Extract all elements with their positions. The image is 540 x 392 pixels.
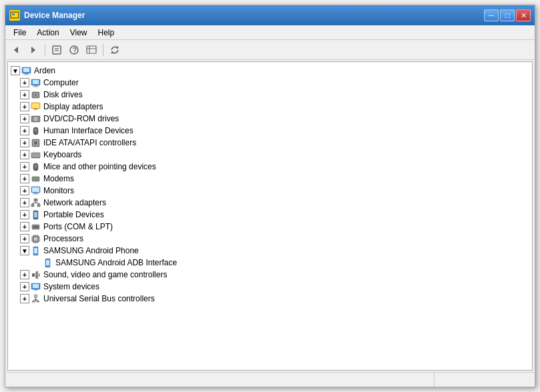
tree-item-ports[interactable]: + Ports (COM & LPT) (8, 221, 532, 233)
expander-mice[interactable]: + (20, 162, 29, 171)
label-modems: Modems (43, 174, 74, 183)
tree-item-portable[interactable]: + Portable Devices (8, 209, 532, 221)
tree-item-dvd[interactable]: + DVD/CD-ROM drives (8, 113, 532, 125)
tree-item-processors[interactable]: + (8, 233, 532, 245)
tree-item-adb[interactable]: SAMSUNG Android ADB Interface (8, 257, 532, 269)
label-dvd: DVD/CD-ROM drives (43, 114, 119, 123)
maximize-button[interactable]: □ (500, 9, 515, 21)
expander-sound[interactable]: + (20, 270, 29, 279)
tree-item-modems[interactable]: + Modems (8, 173, 532, 185)
expander-keyboard[interactable]: + (20, 150, 29, 159)
tree-item-usb[interactable]: + Universal Serial Bus controllers (8, 293, 532, 305)
expander-hid[interactable]: + (20, 126, 29, 135)
tree-root[interactable]: ▼ Arden (8, 65, 532, 77)
icon-monitors (30, 185, 41, 196)
svg-point-51 (33, 178, 34, 179)
svg-point-69 (33, 226, 35, 227)
svg-rect-28 (32, 103, 39, 108)
tree-item-sound[interactable]: + Sound, video and game controllers (8, 269, 532, 281)
tree-item-network[interactable]: + Network adapters (8, 197, 532, 209)
expander-modems[interactable]: + (20, 174, 29, 183)
tree-item-disk[interactable]: + Disk drives (8, 89, 532, 101)
svg-rect-43 (38, 153, 39, 155)
expander-usb[interactable]: + (20, 294, 29, 303)
svg-rect-19 (23, 74, 29, 75)
icon-dvd (30, 113, 41, 124)
refresh-button[interactable] (107, 43, 123, 57)
expander-samsung[interactable]: ▼ (20, 246, 29, 255)
svg-marker-4 (14, 47, 18, 53)
device-tree[interactable]: ▼ Arden + (8, 62, 532, 370)
svg-rect-57 (33, 193, 39, 194)
expander-disk[interactable]: + (20, 90, 29, 99)
expander-network[interactable]: + (20, 198, 29, 207)
icon-samsung (30, 245, 41, 256)
menu-file[interactable]: File (8, 27, 31, 39)
tree-item-system[interactable]: + System devices (8, 281, 532, 293)
expander-processors[interactable]: + (20, 234, 29, 243)
expander-ports[interactable]: + (20, 222, 29, 231)
svg-point-67 (35, 217, 36, 219)
icon-sound (30, 269, 41, 280)
svg-rect-99 (32, 301, 35, 303)
expander-dvd[interactable]: + (20, 114, 29, 123)
properties-button2[interactable] (83, 43, 99, 57)
svg-point-71 (37, 226, 38, 227)
menu-view[interactable]: View (65, 27, 93, 39)
svg-point-96 (34, 295, 37, 297)
svg-rect-21 (33, 80, 39, 84)
tree-item-hid[interactable]: + Human Interface Devices (8, 125, 532, 137)
expander-system[interactable]: + (20, 282, 29, 291)
menu-action[interactable]: Action (31, 27, 64, 39)
window-icon (9, 10, 20, 21)
icon-mice (30, 161, 41, 172)
expander-ide[interactable]: + (20, 138, 29, 147)
label-processors: Processors (43, 234, 83, 243)
tree-item-display[interactable]: + Display adapters (8, 101, 532, 113)
toolbar: ? (5, 40, 535, 60)
minimize-button[interactable]: ─ (484, 9, 499, 21)
help-button[interactable]: ? (66, 43, 82, 57)
svg-rect-2 (15, 13, 17, 14)
expander-computer[interactable]: + (20, 78, 29, 87)
svg-rect-18 (25, 73, 28, 75)
status-panel-main (5, 373, 435, 387)
svg-rect-66 (34, 212, 37, 217)
svg-rect-22 (34, 85, 37, 87)
label-display: Display adapters (43, 102, 103, 111)
tree-item-ide[interactable]: + IDE ATA/ATAPI controllers (8, 137, 532, 149)
tree-item-monitors[interactable]: + Monitors (8, 185, 532, 197)
svg-rect-44 (32, 155, 33, 157)
svg-rect-6 (53, 46, 61, 54)
back-button[interactable] (8, 43, 24, 57)
svg-rect-94 (33, 284, 39, 288)
forward-button[interactable] (25, 43, 41, 57)
root-expander[interactable]: ▼ (11, 66, 20, 75)
svg-point-88 (35, 253, 36, 255)
icon-usb (30, 293, 41, 304)
properties-button[interactable] (49, 43, 65, 57)
expander-adb (32, 258, 41, 267)
svg-rect-58 (34, 199, 37, 201)
expander-monitors[interactable]: + (20, 186, 29, 195)
title-bar-left: Device Manager (9, 10, 85, 21)
window-title: Device Manager (24, 11, 85, 20)
tree-item-mice[interactable]: + Mice and other pointing devices (8, 161, 532, 173)
tree-item-computer[interactable]: + Computer (8, 77, 532, 89)
icon-display (30, 101, 41, 112)
svg-rect-23 (33, 86, 39, 87)
menu-bar: File Action View Help (5, 25, 535, 40)
svg-rect-3 (15, 15, 17, 15)
svg-rect-73 (34, 237, 37, 241)
device-manager-window: Device Manager ─ □ ✕ File Action View He… (5, 5, 535, 387)
expander-display[interactable]: + (20, 102, 29, 111)
label-keyboard: Keyboards (43, 150, 81, 159)
close-button[interactable]: ✕ (516, 9, 531, 21)
svg-rect-95 (34, 289, 37, 291)
menu-help[interactable]: Help (93, 27, 120, 39)
expander-portable[interactable]: + (20, 210, 29, 219)
tree-item-keyboard[interactable]: + Keyboards (8, 149, 532, 161)
svg-rect-59 (31, 204, 34, 207)
svg-marker-5 (31, 47, 35, 53)
tree-item-samsung[interactable]: ▼ SAMSUNG Android Phone (8, 245, 532, 257)
